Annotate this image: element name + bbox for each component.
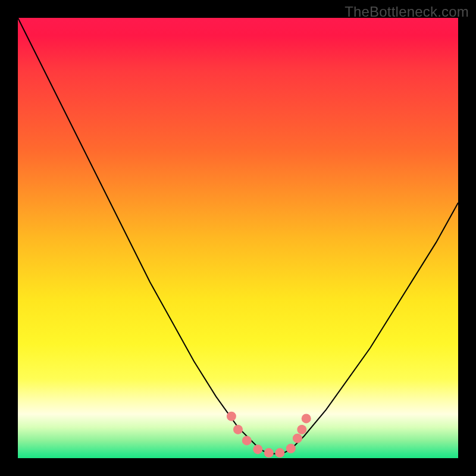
chart-frame: TheBottleneck.com — [0, 0, 476, 476]
data-marker — [242, 436, 252, 445]
data-marker — [227, 412, 236, 421]
bottleneck-curve — [18, 18, 458, 454]
data-marker — [302, 414, 311, 423]
data-marker — [253, 444, 262, 454]
data-marker — [264, 448, 274, 458]
data-marker — [233, 425, 243, 434]
data-marker — [297, 425, 306, 434]
marker-group — [227, 412, 311, 458]
data-marker — [275, 448, 284, 458]
watermark-text: TheBottleneck.com — [345, 4, 469, 20]
data-marker — [286, 444, 296, 453]
chart-svg — [18, 18, 458, 458]
plot-area — [18, 18, 458, 458]
data-marker — [293, 434, 302, 443]
